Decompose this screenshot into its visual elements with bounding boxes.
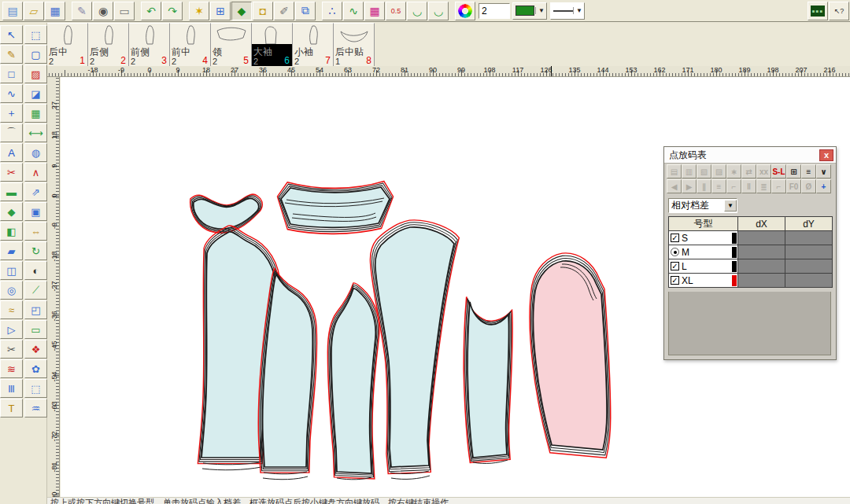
pocket-tool-button[interactable]: ▢ [24, 45, 47, 64]
corner-round-tool-button[interactable]: ◰ [24, 300, 47, 319]
dx-cell[interactable] [738, 259, 785, 274]
thumbnail-前侧[interactable]: 前侧23 [129, 23, 170, 66]
context-help-button[interactable]: ↖? [829, 2, 849, 20]
rotate-tool-button[interactable]: ↻ [24, 241, 47, 260]
cut-adjust-tool-button[interactable]: ✂ [0, 163, 23, 182]
dy-cell[interactable] [785, 274, 833, 288]
stylus-button[interactable]: ✎ [72, 2, 92, 20]
dotted-piece-tool-button[interactable]: ⬚ [24, 379, 47, 398]
piece-big-sleeve[interactable] [530, 253, 611, 458]
chevron-down-icon[interactable]: ▼ [724, 200, 737, 212]
pencil-tool-button[interactable]: ✎ [0, 45, 23, 64]
undo-button[interactable]: ↶ [141, 2, 161, 20]
size-checkbox[interactable]: ✓ [671, 276, 679, 285]
move-piece-tool-button[interactable]: ⇗ [24, 182, 47, 201]
box-select-tool-button[interactable]: ⬚ [24, 25, 47, 44]
sewing-machine-tool-button[interactable]: ▣ [24, 202, 47, 221]
camera-button[interactable]: ◉ [93, 2, 113, 20]
dx-cell[interactable] [738, 245, 785, 259]
garment-tool-button[interactable]: ◆ [0, 202, 23, 221]
select-tool-button[interactable]: ↖ [0, 25, 23, 44]
curve-smile-button[interactable]: ◡ [407, 2, 427, 20]
lock-button[interactable]: ◘ [253, 2, 273, 20]
thumbnail-后侧[interactable]: 后侧22 [88, 23, 129, 66]
dy-cell[interactable] [785, 231, 833, 245]
button-tool-button[interactable]: ◍ [24, 143, 47, 162]
chevron-down-icon[interactable]: ▼ [535, 7, 545, 14]
layout-button[interactable]: ⧉ [295, 2, 316, 20]
size-checkbox[interactable]: ✓ [671, 262, 679, 270]
measure-button[interactable]: ✶ [189, 2, 209, 20]
grade-grid-button[interactable]: ⊞ [786, 164, 801, 178]
link-move-button[interactable]: + [816, 179, 831, 193]
dy-cell[interactable] [785, 245, 833, 259]
piece-tool-button[interactable]: ◪ [24, 84, 47, 103]
split-piece-tool-button[interactable]: ◧ [0, 222, 23, 241]
line-style-dropdown[interactable]: ▼ [550, 2, 585, 20]
thumbnail-领[interactable]: 领25 [211, 23, 252, 66]
thumbnail-后中[interactable]: 后中21 [47, 23, 88, 66]
thumbnail-大袖[interactable]: 大袖26 [252, 23, 293, 66]
dialog-titlebar[interactable]: 点放码表 x [664, 147, 836, 164]
point-mark-tool-button[interactable]: ❖ [24, 340, 47, 359]
close-icon[interactable]: x [819, 149, 833, 161]
new-file-button[interactable]: ▤ [2, 2, 23, 20]
rectangle-tool-button[interactable]: □ [0, 64, 23, 83]
region-tool-button[interactable]: ▨ [24, 64, 47, 83]
eraser-tool-button[interactable]: ▬ [0, 182, 23, 201]
curve-node-tool-button[interactable]: ∿ [0, 84, 23, 103]
color-wheel-button[interactable] [455, 2, 475, 20]
grade-mode-dropdown[interactable]: 相对档差 ▼ [668, 198, 737, 213]
cross-point-tool-button[interactable]: ＋ [0, 104, 23, 123]
seam-line-tool-button[interactable]: ≋ [0, 359, 23, 378]
line-width-input[interactable] [479, 3, 510, 19]
window-button[interactable]: ⊞ [210, 2, 231, 20]
dx-cell[interactable] [738, 274, 785, 288]
scatter-chart-button[interactable]: ∴ [322, 2, 342, 20]
size-range-button[interactable]: S-L [771, 164, 786, 178]
plate-tool-button[interactable]: ▦ [24, 104, 47, 123]
flip-tool-button[interactable]: ▷ [0, 320, 23, 339]
save-file-button[interactable]: ▦ [45, 2, 65, 20]
fringe-tool-button[interactable]: ♒ [24, 399, 47, 418]
brush-button[interactable]: ✐ [274, 2, 294, 20]
pen-color-dropdown[interactable]: ▼ [512, 2, 547, 20]
size-checkbox[interactable]: ✓ [671, 234, 679, 242]
chevron-down-icon[interactable]: ▼ [573, 7, 582, 14]
confirm-check-button[interactable]: ∨ [816, 164, 831, 178]
thumbnail-前中[interactable]: 前中24 [170, 23, 211, 66]
shrink-tool-button[interactable]: ✿ [24, 359, 47, 378]
pattern-piece-button[interactable]: ◆ [231, 2, 252, 20]
t-ruler-tool-button[interactable]: T [0, 399, 23, 418]
dx-cell[interactable] [738, 231, 785, 245]
spiral-tool-button[interactable]: ◎ [0, 281, 23, 300]
h-measure-tool-button[interactable]: ⟷ [24, 123, 47, 142]
piece-front-center[interactable] [370, 220, 459, 480]
size-radio[interactable] [671, 248, 679, 256]
text-tool-button[interactable]: A [0, 143, 23, 162]
line-chart-button[interactable]: ∿ [343, 2, 364, 20]
curve-notch-button[interactable]: ◡ [428, 2, 449, 20]
dy-cell[interactable] [785, 259, 833, 274]
grid-chart-button[interactable]: ▦ [364, 2, 385, 20]
piece-collar-band[interactable] [277, 182, 393, 234]
redo-button[interactable]: ↷ [162, 2, 183, 20]
half-step-button[interactable]: 0.5 [386, 2, 406, 20]
pair-piece-tool-button[interactable]: ◐ [24, 261, 47, 280]
wave-adjust-tool-button[interactable]: ≈ [0, 300, 23, 319]
size-list-button[interactable]: ≡ [801, 164, 816, 178]
piece-front-side[interactable] [327, 283, 379, 480]
plotter-button[interactable]: ▭ [114, 2, 135, 20]
film-strip-button[interactable]: ▪▪▪ [808, 2, 828, 20]
thumbnail-后中贴[interactable]: 后中贴18 [334, 23, 375, 66]
pleat-tool-button[interactable]: ◫ [0, 261, 23, 280]
stripe-tool-button[interactable]: ▰ [0, 241, 23, 260]
grade-ruler-tool-button[interactable]: ⟋ [24, 281, 47, 300]
piece-small-sleeve[interactable] [464, 296, 512, 463]
open-file-button[interactable]: ▱ [24, 2, 44, 20]
arc-chain-tool-button[interactable]: ⌒ [0, 123, 23, 142]
comb-tool-button[interactable]: Ⅲ [0, 379, 23, 398]
piece-box-tool-button[interactable]: ▭ [24, 320, 47, 339]
piece-measure-tool-button[interactable]: ⇔ [24, 222, 47, 241]
thumbnail-小袖[interactable]: 小袖27 [293, 23, 334, 66]
